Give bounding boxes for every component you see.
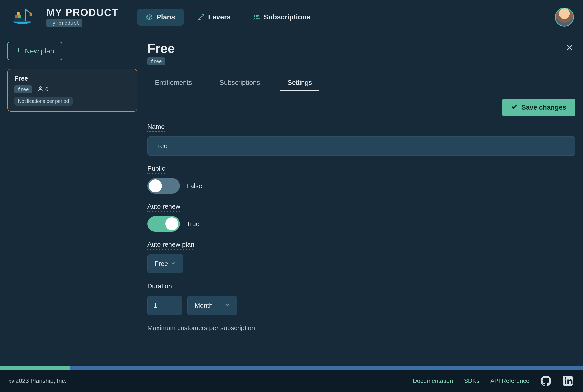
product-block: MY PRODUCT my-product	[46, 8, 118, 27]
plan-card-user-count: 0	[38, 86, 48, 93]
footer-gradient	[0, 366, 583, 370]
auto-renew-plan-label: Auto renew plan	[148, 241, 194, 250]
name-input[interactable]	[148, 136, 576, 156]
footer-link-api-reference[interactable]: API Reference	[490, 378, 530, 384]
svg-point-5	[25, 8, 26, 10]
app-header: MY PRODUCT my-product Plans Levers Su	[0, 0, 583, 34]
auto-renew-toggle[interactable]	[148, 216, 180, 232]
nav-plans[interactable]: Plans	[138, 9, 184, 26]
plus-icon	[16, 47, 22, 55]
tab-subscriptions[interactable]: Subscriptions	[212, 76, 268, 91]
save-changes-label: Save changes	[522, 104, 566, 112]
app-footer: © 2023 Planship, Inc. Documentation SDKs…	[0, 370, 583, 392]
tab-entitlements[interactable]: Entitlements	[148, 76, 200, 91]
svg-rect-1	[15, 15, 18, 18]
product-title: MY PRODUCT	[46, 8, 118, 18]
footer-link-documentation[interactable]: Documentation	[413, 378, 453, 384]
new-plan-label: New plan	[25, 47, 54, 55]
footer-wrap: © 2023 Planship, Inc. Documentation SDKs…	[0, 366, 583, 392]
app-body: New plan Free free 0 Notifications per p…	[0, 34, 583, 366]
auto-renew-label: Auto renew	[148, 203, 180, 212]
max-subscribers-label-partial: Maximum customers per subscription	[148, 324, 255, 332]
product-logo	[8, 2, 38, 32]
svg-point-12	[565, 377, 566, 379]
auto-renew-plan-value: Free	[155, 260, 168, 268]
public-toggle[interactable]	[148, 178, 180, 194]
svg-rect-2	[18, 15, 21, 18]
duration-unit-value: Month	[195, 302, 213, 310]
plan-card-title: Free	[14, 75, 130, 82]
users-icon	[253, 14, 260, 21]
svg-rect-3	[17, 12, 20, 15]
plan-tabs: Entitlements Subscriptions Settings	[148, 76, 576, 91]
svg-point-6	[202, 14, 204, 16]
duration-label: Duration	[148, 282, 172, 292]
linkedin-icon[interactable]	[562, 376, 574, 386]
save-changes-button[interactable]: Save changes	[502, 99, 576, 116]
svg-rect-4	[30, 14, 32, 16]
svg-point-9	[40, 87, 42, 89]
footer-link-sdks[interactable]: SDKs	[464, 378, 480, 384]
svg-point-8	[258, 16, 259, 17]
chevron-down-icon	[170, 260, 176, 268]
public-label: Public	[148, 165, 165, 174]
user-avatar[interactable]	[555, 8, 574, 27]
chevron-down-icon	[225, 302, 230, 310]
github-icon[interactable]	[540, 376, 552, 386]
nav-plans-label: Plans	[156, 13, 175, 21]
close-icon	[566, 44, 574, 52]
plan-title: Free	[148, 42, 175, 55]
auto-renew-plan-select[interactable]: Free	[148, 254, 183, 274]
product-slug: my-product	[46, 19, 82, 27]
plans-sidebar: New plan Free free 0 Notifications per p…	[8, 42, 138, 359]
svg-rect-11	[565, 380, 566, 384]
primary-nav: Plans Levers Subscriptions	[138, 9, 319, 26]
tab-settings[interactable]: Settings	[280, 76, 320, 91]
plan-card-free[interactable]: Free free 0 Notifications per period	[8, 69, 138, 112]
nav-levers-label: Levers	[208, 13, 231, 21]
close-button[interactable]	[564, 42, 576, 55]
user-icon	[38, 86, 44, 93]
user-count-value: 0	[46, 86, 48, 93]
nav-levers[interactable]: Levers	[189, 9, 239, 26]
plan-detail: Free free Entitlements Subscriptions Set…	[148, 42, 576, 359]
box-icon	[146, 14, 153, 21]
footer-copyright: © 2023 Planship, Inc.	[10, 378, 402, 384]
lever-icon	[198, 14, 205, 21]
nav-subscriptions[interactable]: Subscriptions	[245, 9, 319, 26]
auto-renew-value: True	[186, 220, 200, 228]
new-plan-button[interactable]: New plan	[8, 42, 62, 60]
plan-card-slug: free	[14, 86, 32, 94]
svg-point-7	[254, 15, 256, 17]
plan-card-chip: Notifications per period	[14, 97, 73, 106]
check-icon	[511, 103, 518, 112]
duration-quantity-input[interactable]	[148, 296, 182, 315]
plan-slug: free	[148, 58, 165, 66]
svg-rect-0	[14, 18, 26, 22]
public-value: False	[186, 182, 202, 190]
name-label: Name	[148, 123, 165, 132]
duration-unit-select[interactable]: Month	[188, 296, 238, 315]
nav-subscriptions-label: Subscriptions	[264, 13, 310, 21]
